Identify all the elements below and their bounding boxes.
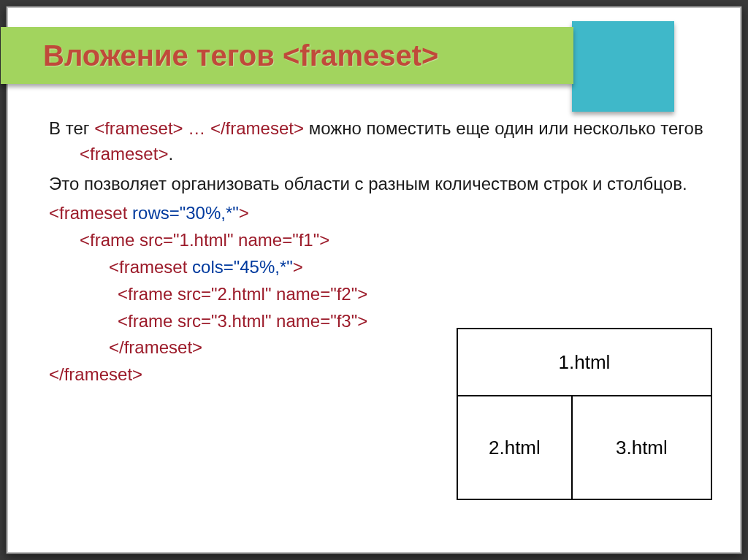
diagram-left-label: 2.html <box>489 437 541 459</box>
code-line-3: <frameset cols="45%,*"> <box>49 255 712 280</box>
code-l5: <frame src="3.html" name="f3"> <box>118 311 367 331</box>
frameset-diagram: 1.html 2.html 3.html <box>457 328 712 500</box>
para1-text-b: можно поместить еще один или несколько т… <box>304 118 703 138</box>
code-l1-close: > <box>239 203 249 223</box>
code-line-4: <frame src="2.html" name="f2"> <box>49 282 712 307</box>
diagram-right-cell: 3.html <box>573 396 711 499</box>
code-line-2: <frame src="1.html" name="f1"> <box>49 228 712 253</box>
diagram-top-label: 1.html <box>559 351 611 374</box>
code-l1-open: <frameset <box>49 203 132 223</box>
code-l3-attr: cols="45%,*" <box>192 257 293 277</box>
code-l2: <frame src="1.html" name="f1"> <box>80 230 329 250</box>
diagram-right-label: 3.html <box>616 437 668 459</box>
paragraph-2: Это позволяет организовать области с раз… <box>49 172 712 197</box>
para1-tag2: <frameset> <box>80 144 168 164</box>
para1-text-a: В тег <box>49 118 94 138</box>
code-l1-attr: rows="30%,*" <box>132 203 239 223</box>
diagram-left-cell: 2.html <box>458 396 573 499</box>
decorative-square <box>572 21 674 112</box>
para1-tag1: <frameset> … </frameset> <box>94 118 304 138</box>
diagram-top-cell: 1.html <box>458 329 711 396</box>
code-l3-open: <frameset <box>109 257 192 277</box>
code-l4: <frame src="2.html" name="f2"> <box>118 284 367 304</box>
para2-text: Это позволяет организовать области с раз… <box>49 174 687 193</box>
slide-frame: Вложение тегов <frameset> В тег <framese… <box>6 6 742 554</box>
code-l6: </frameset> <box>109 337 202 357</box>
code-l3-close: > <box>293 257 303 277</box>
code-line-1: <frameset rows="30%,*"> <box>49 201 712 226</box>
para1-text-c: . <box>168 144 173 164</box>
code-l7: </frameset> <box>49 364 142 384</box>
paragraph-1: В тег <frameset> … </frameset> можно пом… <box>49 116 712 167</box>
title-bar: Вложение тегов <frameset> <box>1 27 573 90</box>
slide-title: Вложение тегов <frameset> <box>43 39 438 72</box>
